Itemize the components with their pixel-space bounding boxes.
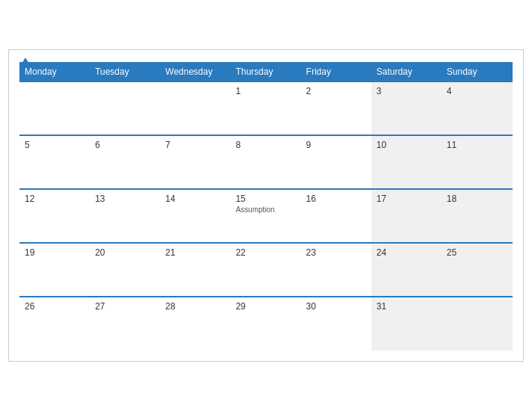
calendar-cell: 23 bbox=[301, 243, 371, 297]
weekday-header-thursday: Thursday bbox=[231, 63, 301, 82]
calendar-cell: 25 bbox=[442, 243, 512, 297]
brand-triangle-icon bbox=[21, 58, 30, 65]
calendar-cell: 4 bbox=[442, 81, 512, 135]
calendar-week-row: 12131415Assumption161718 bbox=[20, 189, 513, 243]
day-number: 5 bbox=[25, 140, 85, 150]
calendar-cell: 24 bbox=[371, 243, 442, 297]
day-number: 6 bbox=[95, 140, 155, 150]
calendar-cell: 21 bbox=[161, 243, 231, 297]
calendar-cell: 18 bbox=[442, 189, 512, 243]
weekday-header-monday: Monday bbox=[20, 63, 90, 82]
calendar-cell: 19 bbox=[20, 243, 90, 297]
calendar-cell: 7 bbox=[161, 135, 231, 189]
calendar-cell: 5 bbox=[20, 135, 90, 189]
calendar-cell: 20 bbox=[90, 243, 161, 297]
day-number: 7 bbox=[165, 140, 226, 150]
calendar-cell: 27 bbox=[90, 297, 161, 350]
weekday-header-saturday: Saturday bbox=[371, 63, 442, 82]
calendar-cell bbox=[90, 81, 161, 135]
day-number: 3 bbox=[377, 86, 437, 96]
day-number: 1 bbox=[235, 86, 296, 96]
calendar-cell: 29 bbox=[231, 297, 301, 350]
day-number: 23 bbox=[306, 247, 367, 258]
calendar-cell bbox=[161, 81, 231, 135]
day-number: 30 bbox=[306, 301, 367, 312]
calendar-cell: 11 bbox=[442, 135, 512, 189]
day-number: 17 bbox=[377, 194, 437, 204]
day-number: 9 bbox=[306, 140, 367, 150]
calendar-cell: 22 bbox=[231, 243, 301, 297]
calendar-table: MondayTuesdayWednesdayThursdayFridaySatu… bbox=[19, 62, 513, 350]
weekday-header-wednesday: Wednesday bbox=[161, 63, 231, 82]
weekday-header-row: MondayTuesdayWednesdayThursdayFridaySatu… bbox=[20, 63, 513, 82]
calendar-cell: 14 bbox=[161, 189, 231, 243]
day-number: 28 bbox=[165, 301, 226, 312]
weekday-header-tuesday: Tuesday bbox=[90, 63, 161, 82]
brand-logo bbox=[19, 58, 30, 65]
calendar-cell: 31 bbox=[371, 297, 442, 350]
day-number: 20 bbox=[95, 247, 155, 258]
calendar-container: MondayTuesdayWednesdayThursdayFridaySatu… bbox=[8, 49, 524, 362]
calendar-cell: 13 bbox=[90, 189, 161, 243]
calendar-cell bbox=[442, 297, 512, 350]
day-number: 11 bbox=[447, 140, 508, 150]
calendar-cell: 9 bbox=[301, 135, 371, 189]
calendar-cell: 12 bbox=[20, 189, 90, 243]
day-number: 4 bbox=[447, 86, 508, 96]
calendar-cell: 3 bbox=[371, 81, 442, 135]
calendar-week-row: 19202122232425 bbox=[20, 243, 513, 297]
day-number: 27 bbox=[95, 301, 155, 312]
day-number: 12 bbox=[25, 194, 85, 204]
weekday-header-friday: Friday bbox=[301, 63, 371, 82]
calendar-week-row: 262728293031 bbox=[20, 297, 513, 350]
day-number: 2 bbox=[306, 86, 367, 96]
calendar-week-row: 1234 bbox=[20, 81, 513, 135]
day-number: 15 bbox=[235, 194, 296, 204]
calendar-cell bbox=[20, 81, 90, 135]
calendar-cell: 16 bbox=[301, 189, 371, 243]
calendar-cell: 17 bbox=[371, 189, 442, 243]
calendar-cell: 6 bbox=[90, 135, 161, 189]
calendar-cell: 10 bbox=[371, 135, 442, 189]
calendar-cell: 30 bbox=[301, 297, 371, 350]
calendar-cell: 28 bbox=[161, 297, 231, 350]
weekday-header-sunday: Sunday bbox=[442, 63, 512, 82]
calendar-cell: 2 bbox=[301, 81, 371, 135]
day-number: 29 bbox=[235, 301, 296, 312]
day-number: 26 bbox=[25, 301, 85, 312]
day-number: 21 bbox=[165, 247, 226, 258]
day-number: 31 bbox=[377, 301, 437, 312]
calendar-cell: 26 bbox=[20, 297, 90, 350]
day-number: 19 bbox=[25, 247, 85, 258]
calendar-cell: 1 bbox=[231, 81, 301, 135]
day-number: 10 bbox=[377, 140, 437, 150]
day-number: 13 bbox=[95, 194, 155, 204]
day-event: Assumption bbox=[235, 206, 296, 214]
day-number: 8 bbox=[235, 140, 296, 150]
day-number: 25 bbox=[447, 247, 508, 258]
day-number: 22 bbox=[235, 247, 296, 258]
calendar-cell: 8 bbox=[231, 135, 301, 189]
calendar-cell: 15Assumption bbox=[231, 189, 301, 243]
day-number: 24 bbox=[377, 247, 437, 258]
day-number: 18 bbox=[447, 194, 508, 204]
day-number: 14 bbox=[165, 194, 226, 204]
calendar-week-row: 567891011 bbox=[20, 135, 513, 189]
day-number: 16 bbox=[306, 194, 367, 204]
